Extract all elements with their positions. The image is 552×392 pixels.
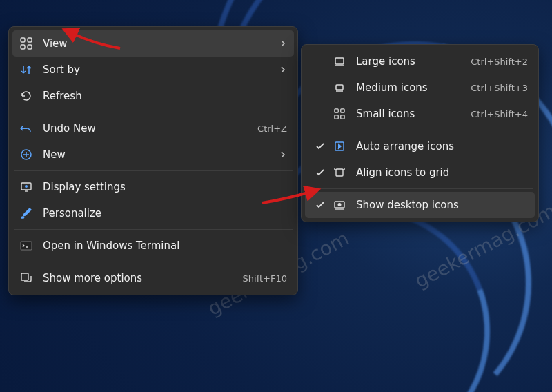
menu-item-label: Small icons [356,108,462,120]
svg-rect-14 [341,115,344,119]
menu-item-label: Show more options [43,272,235,284]
submenu-item-show-desktop-icons[interactable]: Show desktop icons [305,192,535,218]
menu-item-refresh[interactable]: Refresh [12,83,294,109]
submenu-item-small-icons[interactable]: Small icons Ctrl+Shift+4 [305,101,535,127]
menu-item-shortcut: Ctrl+Shift+3 [462,83,528,93]
svg-rect-3 [28,45,32,49]
brush-icon [19,206,33,220]
svg-rect-10 [336,85,343,90]
menu-item-label: Show desktop icons [356,199,528,211]
svg-rect-0 [21,38,25,42]
chevron-right-icon [279,66,287,74]
menu-item-sort-by[interactable]: Sort by [12,57,294,83]
menu-item-personalize[interactable]: Personalize [12,200,294,226]
svg-rect-12 [341,109,344,112]
grid-icon [19,37,33,50]
menu-item-undo-new[interactable]: Undo New Ctrl+Z [12,115,294,141]
menu-item-new[interactable]: New [12,141,294,168]
menu-separator [306,188,533,189]
menu-item-shortcut: Ctrl+Shift+4 [462,109,528,119]
svg-rect-2 [21,45,25,49]
chevron-right-icon [279,150,287,159]
menu-item-label: View [43,37,279,50]
menu-item-label: Align icons to grid [356,166,528,179]
menu-separator [14,262,293,262]
check-icon [312,200,328,210]
menu-item-label: Personalize [43,207,287,219]
display-icon [19,180,33,194]
menu-item-shortcut: Ctrl+Z [249,124,287,134]
menu-separator [14,170,293,171]
svg-rect-7 [21,242,32,250]
menu-item-label: Open in Windows Terminal [43,239,287,252]
svg-rect-11 [335,109,338,112]
svg-rect-16 [336,169,343,176]
plus-circle-icon [19,148,33,161]
menu-separator [14,229,293,230]
undo-icon [19,121,33,135]
svg-point-6 [25,185,28,188]
menu-item-label: Medium icons [356,81,462,94]
medium-icons-icon [333,81,346,95]
terminal-icon [19,239,33,253]
menu-item-view[interactable]: View [12,30,294,57]
check-icon [312,168,328,177]
menu-item-display-settings[interactable]: Display settings [12,174,294,200]
submenu-item-medium-icons[interactable]: Medium icons Ctrl+Shift+3 [305,75,535,101]
check-icon [312,141,328,151]
menu-separator [14,112,293,112]
menu-item-label: New [43,148,279,161]
view-submenu: Large icons Ctrl+Shift+2 Medium icons Ct… [301,44,539,222]
menu-item-show-more-options[interactable]: Show more options Shift+F10 [12,265,294,291]
menu-item-label: Large icons [356,55,462,68]
svg-point-18 [338,203,342,206]
svg-rect-1 [28,38,32,42]
refresh-icon [19,89,33,103]
menu-item-label: Display settings [43,181,287,193]
desktop-icons-icon [333,198,346,212]
submenu-item-large-icons[interactable]: Large icons Ctrl+Shift+2 [305,48,535,75]
menu-item-shortcut: Ctrl+Shift+2 [462,57,528,67]
align-grid-icon [333,166,346,179]
menu-item-open-terminal[interactable]: Open in Windows Terminal [12,233,294,259]
submenu-item-align-grid[interactable]: Align icons to grid [305,159,535,186]
auto-arrange-icon [333,139,346,153]
large-icons-icon [333,55,346,68]
chevron-right-icon [279,39,287,48]
menu-item-label: Sort by [43,63,279,76]
desktop-context-menu: View Sort by Refresh Undo New Ctrl+Z New [8,26,298,295]
more-options-icon [19,271,33,285]
small-icons-icon [333,107,346,121]
menu-item-label: Auto arrange icons [356,140,528,153]
svg-rect-8 [21,273,28,280]
sort-icon [19,63,33,77]
svg-rect-9 [335,58,344,64]
menu-item-shortcut: Shift+F10 [235,273,287,284]
menu-separator [306,130,533,130]
menu-item-label: Refresh [43,90,287,102]
submenu-item-auto-arrange[interactable]: Auto arrange icons [305,133,535,159]
menu-item-label: Undo New [43,122,249,135]
svg-rect-13 [335,115,338,119]
